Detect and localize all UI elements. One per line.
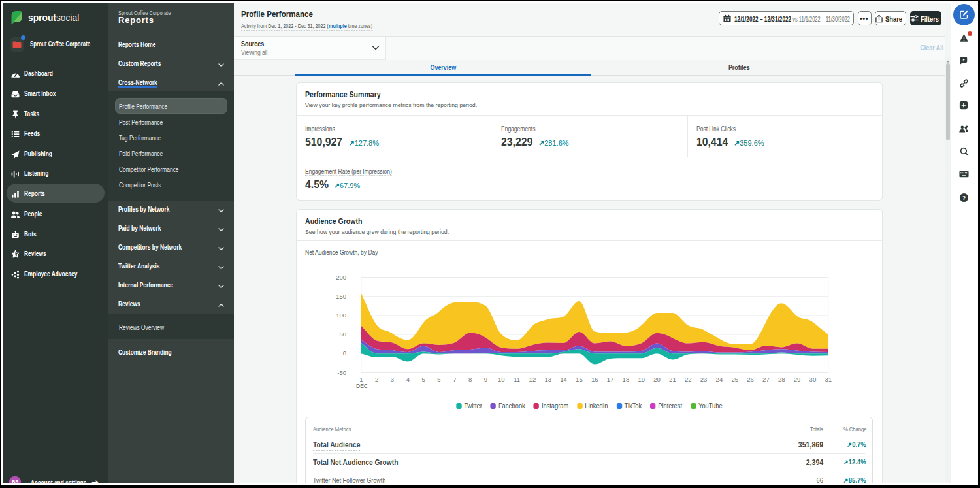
svg-text:28: 28 [778, 376, 785, 383]
svg-text:24: 24 [716, 376, 723, 383]
svg-text:11: 11 [514, 376, 520, 383]
svg-text:26: 26 [747, 376, 754, 383]
svg-text:9: 9 [484, 376, 487, 383]
svg-text:5: 5 [421, 376, 425, 383]
svg-text:1: 1 [359, 376, 363, 383]
svg-text:150: 150 [336, 293, 346, 300]
svg-text:18: 18 [623, 376, 630, 383]
svg-text:19: 19 [638, 376, 645, 383]
svg-text:0: 0 [343, 350, 346, 357]
svg-text:20: 20 [653, 376, 661, 383]
svg-text:22: 22 [685, 376, 692, 383]
svg-text:16: 16 [591, 376, 598, 383]
svg-text:25: 25 [731, 376, 738, 383]
svg-text:100: 100 [336, 312, 346, 319]
svg-text:12: 12 [529, 376, 536, 383]
svg-text:21: 21 [669, 376, 676, 383]
svg-text:17: 17 [607, 376, 614, 383]
svg-text:2: 2 [375, 376, 378, 383]
svg-text:10: 10 [498, 376, 505, 383]
svg-text:3: 3 [391, 376, 394, 383]
svg-text:8: 8 [468, 376, 472, 383]
svg-text:13: 13 [545, 376, 552, 383]
svg-text:50: 50 [339, 331, 346, 338]
svg-text:14: 14 [560, 376, 567, 383]
svg-text:?: ? [962, 195, 966, 201]
svg-text:7: 7 [453, 376, 456, 383]
svg-text:DEC: DEC [356, 383, 368, 389]
svg-text:31: 31 [825, 376, 832, 383]
svg-text:15: 15 [576, 376, 583, 383]
svg-text:6: 6 [437, 376, 440, 383]
svg-text:200: 200 [336, 274, 346, 281]
svg-text:27: 27 [762, 376, 770, 383]
svg-text:4: 4 [406, 376, 410, 383]
svg-text:29: 29 [794, 376, 801, 383]
svg-text:23: 23 [700, 376, 708, 383]
svg-text:-50: -50 [337, 369, 346, 376]
svg-text:30: 30 [809, 376, 817, 383]
